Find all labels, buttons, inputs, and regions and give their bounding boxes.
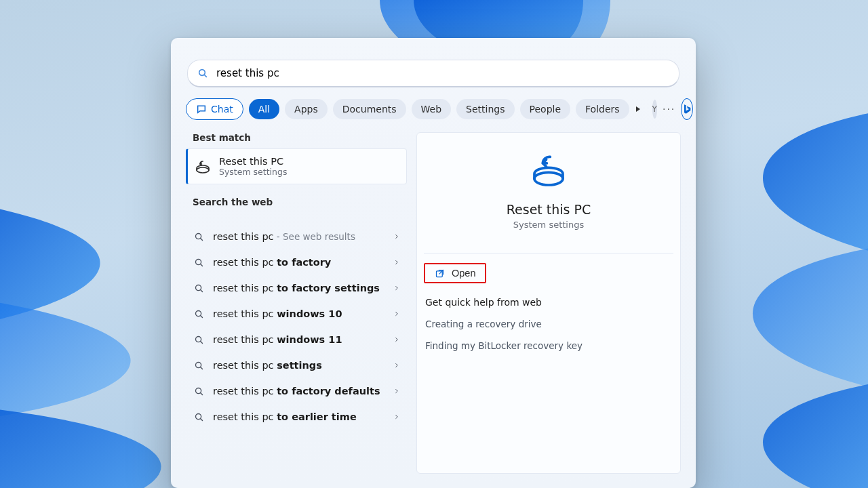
- web-result-text: reset this pc to factory: [213, 257, 385, 268]
- chevron-right-icon: [393, 411, 400, 422]
- chevron-right-icon: [393, 334, 400, 345]
- detail-title: Reset this PC: [507, 202, 591, 217]
- help-links: Get quick help from web Creating a recov…: [425, 297, 680, 351]
- search-web-label: Search the web: [186, 197, 407, 213]
- web-result-text: reset this pc windows 10: [213, 308, 385, 319]
- bing-icon: [682, 104, 692, 115]
- results-columns: Best match Reset this PC System settings…: [186, 132, 681, 474]
- detail-separator: [424, 253, 673, 253]
- result-details-pane: Reset this PC System settings Open Get q…: [416, 132, 681, 474]
- help-link-1[interactable]: Finding my BitLocker recovery key: [425, 340, 680, 351]
- web-result-text: reset this pc windows 11: [213, 334, 385, 345]
- search-icon: [193, 411, 205, 423]
- web-result[interactable]: reset this pc windows 10: [186, 301, 407, 327]
- search-input[interactable]: [215, 66, 669, 80]
- svg-point-1: [197, 167, 209, 173]
- web-result-text: reset this pc settings: [213, 360, 385, 371]
- best-match-label: Best match: [186, 132, 407, 148]
- web-result[interactable]: reset this pc settings: [186, 352, 407, 378]
- open-icon: [435, 268, 445, 279]
- search-icon: [193, 230, 205, 243]
- chevron-right-icon: [393, 283, 400, 293]
- chevron-right-icon: [393, 308, 400, 319]
- user-avatar[interactable]: Y: [652, 100, 657, 119]
- web-results-list: reset this pc - See web resultsreset thi…: [186, 224, 407, 430]
- chevron-right-icon: [393, 386, 400, 396]
- start-search-panel: Chat All Apps Documents Web Settings Peo…: [171, 38, 696, 488]
- filter-web[interactable]: Web: [412, 99, 452, 119]
- filters-scroll-right[interactable]: [635, 102, 642, 116]
- web-result-text: reset this pc - See web results: [213, 231, 385, 242]
- search-icon: [197, 68, 208, 79]
- search-box[interactable]: [187, 60, 679, 87]
- search-icon: [193, 282, 205, 294]
- web-result-text: reset this pc to factory settings: [213, 283, 385, 293]
- more-button[interactable]: ···: [663, 104, 675, 115]
- web-result[interactable]: reset this pc - See web results: [186, 224, 407, 249]
- bing-button[interactable]: [681, 98, 693, 120]
- filter-folders[interactable]: Folders: [576, 99, 629, 119]
- search-icon: [193, 385, 205, 397]
- filter-settings[interactable]: Settings: [456, 99, 514, 119]
- search-icon: [193, 308, 205, 320]
- help-link-0[interactable]: Creating a recovery drive: [425, 319, 680, 329]
- reset-pc-icon: [195, 159, 211, 175]
- web-result[interactable]: reset this pc windows 11: [186, 327, 407, 352]
- search-icon: [193, 256, 205, 268]
- chat-button[interactable]: Chat: [186, 98, 243, 120]
- chevron-right-icon: [393, 231, 400, 242]
- open-button[interactable]: Open: [424, 263, 486, 283]
- results-left-column: Best match Reset this PC System settings…: [186, 132, 407, 474]
- search-icon: [193, 333, 205, 346]
- best-match-result[interactable]: Reset this PC System settings: [186, 148, 407, 184]
- web-result[interactable]: reset this pc to earlier time: [186, 404, 407, 430]
- best-match-subtitle: System settings: [219, 167, 287, 177]
- best-match-title: Reset this PC: [219, 156, 287, 167]
- detail-subtitle: System settings: [513, 220, 584, 230]
- web-result[interactable]: reset this pc to factory defaults: [186, 378, 407, 404]
- web-result-text: reset this pc to factory defaults: [213, 386, 385, 396]
- web-result-text: reset this pc to earlier time: [213, 411, 385, 422]
- chevron-right-icon: [393, 360, 400, 371]
- detail-hero: Reset this PC System settings: [417, 152, 680, 243]
- search-icon: [193, 359, 205, 371]
- help-heading: Get quick help from web: [425, 297, 680, 308]
- svg-point-10: [534, 172, 563, 185]
- search-filters: Chat All Apps Documents Web Settings Peo…: [186, 98, 681, 120]
- filter-apps[interactable]: Apps: [285, 99, 328, 119]
- bing-chat-icon: [196, 104, 207, 115]
- reset-pc-large-icon: [530, 152, 568, 190]
- filter-documents[interactable]: Documents: [333, 99, 406, 119]
- open-label: Open: [452, 268, 475, 279]
- triangle-right-icon: [635, 106, 642, 113]
- chat-label: Chat: [211, 104, 233, 115]
- web-result[interactable]: reset this pc to factory settings: [186, 275, 407, 301]
- chevron-right-icon: [393, 257, 400, 268]
- filter-all[interactable]: All: [249, 99, 279, 119]
- web-result[interactable]: reset this pc to factory: [186, 249, 407, 275]
- filter-people[interactable]: People: [520, 99, 571, 119]
